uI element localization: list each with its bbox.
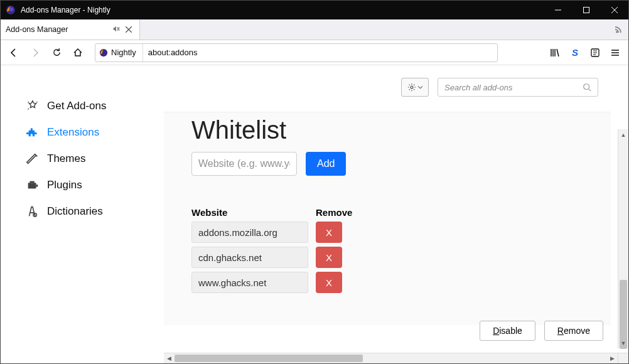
main-panel: Search all add-ons Whitelist Add Website… [164,65,628,363]
sidebar-item-label: Themes [47,153,85,165]
extension-options-panel: Whitelist Add Website Remove addons.mozi… [164,112,611,325]
identity-label: Nightly [111,48,136,57]
sidebar-item-themes[interactable]: Themes [26,146,164,172]
scroll-right-arrow[interactable]: ▶ [607,353,618,363]
sidebar-item-label: Plugins [47,179,82,191]
stylus-icon[interactable]: S [566,43,584,62]
whitelist-table: Website Remove addons.mozilla.org X cdn.… [191,207,592,293]
add-button[interactable]: Add [306,152,346,176]
sidebar-item-get-addons[interactable]: Get Add-ons [26,93,164,119]
horizontal-scrollbar[interactable]: ◀ ▶ [164,353,618,363]
column-header-website: Website [191,207,316,218]
sidebar-item-label: Extensions [47,126,99,139]
horizontal-scroll-thumb[interactable] [175,355,363,362]
gear-icon [407,83,416,92]
table-row: www.ghacks.net X [191,272,592,293]
window-titlebar: Add-ons Manager - Nightly [1,1,628,19]
themes-icon [26,152,40,166]
back-button[interactable] [4,43,23,62]
window-maximize-button[interactable] [572,1,600,19]
svg-rect-20 [36,185,38,187]
svg-line-24 [589,89,591,92]
plugins-icon [26,178,40,192]
search-addons-input[interactable]: Search all add-ons [438,78,598,97]
firefox-nightly-icon [99,48,108,57]
home-button[interactable] [68,43,87,62]
table-row: addons.mozilla.org X [191,222,592,243]
tools-menu-button[interactable] [401,78,429,97]
website-cell: addons.mozilla.org [191,222,308,243]
vertical-scrollbar[interactable]: ▲ ▼ [618,129,628,348]
category-sidebar: Get Add-ons Extensions Themes Plugins Di… [1,65,164,363]
rss-icon[interactable] [613,24,623,36]
website-input[interactable] [191,152,297,176]
tab-strip: Add-ons Manager [1,19,628,40]
chevron-down-icon [418,86,422,89]
address-bar[interactable]: Nightly about:addons [95,43,498,62]
panel-heading: Whitelist [191,116,592,144]
remove-button[interactable]: Remove [544,321,603,341]
scroll-down-arrow[interactable]: ▼ [618,338,628,348]
window-minimize-button[interactable] [544,1,572,19]
window-title: Add-ons Manager - Nightly [21,6,110,14]
sidebar-item-plugins[interactable]: Plugins [26,172,164,198]
svg-point-22 [411,86,413,88]
svg-rect-3 [583,8,589,13]
firefox-nightly-icon [6,5,16,15]
tab-close-button[interactable] [123,24,134,36]
scroll-left-arrow[interactable]: ◀ [164,353,175,363]
sidebar-item-label: Get Add-ons [47,100,107,112]
browser-tab[interactable]: Add-ons Manager [1,19,140,40]
svg-point-1 [9,8,14,12]
website-cell: www.ghacks.net [191,272,308,293]
website-cell: cdn.ghacks.net [191,247,308,268]
sidebar-item-dictionaries[interactable]: Dictionaries [26,198,164,225]
tab-mute-icon[interactable] [112,24,121,35]
scroll-up-arrow[interactable]: ▲ [618,129,628,140]
extensions-icon [26,126,40,139]
reader-view-button[interactable] [586,43,605,62]
dictionaries-icon [26,205,40,218]
remove-row-button[interactable]: X [316,247,342,268]
disable-button[interactable]: Disable [480,321,535,341]
app-menu-button[interactable] [606,43,625,62]
nav-toolbar: Nightly about:addons S [1,40,628,65]
addons-content: Get Add-ons Extensions Themes Plugins Di… [1,65,628,363]
svg-rect-19 [30,181,34,183]
remove-row-button[interactable]: X [316,222,342,243]
scroll-corner [618,353,628,363]
svg-point-23 [584,84,589,90]
search-placeholder: Search all add-ons [444,83,583,92]
sidebar-item-extensions[interactable]: Extensions [26,119,164,146]
library-button[interactable] [546,43,564,62]
svg-rect-18 [28,183,36,188]
window-close-button[interactable] [600,1,628,19]
get-addons-icon [26,99,40,113]
identity-box[interactable]: Nightly [95,44,143,62]
reload-button[interactable] [47,43,66,62]
forward-button[interactable] [26,43,45,62]
table-row: cdn.ghacks.net X [191,247,592,268]
remove-row-button[interactable]: X [316,272,342,293]
column-header-remove: Remove [316,207,352,218]
tab-label: Add-ons Manager [6,25,112,34]
sidebar-item-label: Dictionaries [47,205,103,218]
url-text: about:addons [143,48,497,57]
search-icon [583,83,591,92]
